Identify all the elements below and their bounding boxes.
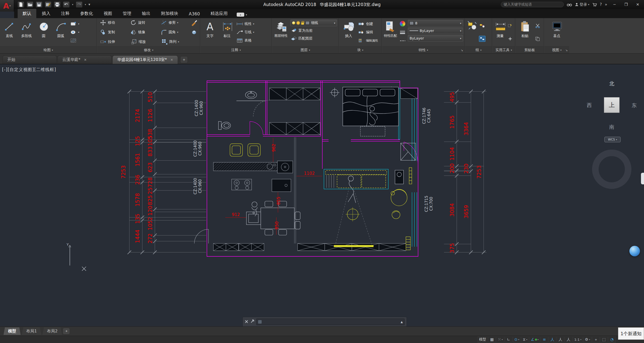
tab-parametric[interactable]: 参数化 (75, 9, 98, 18)
tab-output[interactable]: 输出 (137, 9, 156, 18)
arc-button[interactable]: 圆弧 (53, 19, 69, 45)
file-tab-yunxi[interactable]: 云溪华庭*✕ (57, 55, 112, 64)
palette-grip[interactable] (641, 173, 644, 184)
help-icon[interactable]: ? (600, 2, 602, 7)
file-tab-huasheng[interactable]: 华盛花园4幢1单元1203室*✕ (112, 55, 178, 64)
layer-on-icon[interactable] (292, 21, 295, 24)
isolate-objects-icon[interactable]: ⬚ (600, 336, 608, 343)
tab-annotate[interactable]: 注释 (56, 9, 75, 18)
ellipse-tool-button[interactable]: ▾ (70, 28, 79, 36)
crosshair-plus-icon[interactable]: ＋ (592, 336, 600, 343)
copy-button[interactable]: 复制 (100, 29, 129, 35)
close-button[interactable]: ✕ (633, 2, 642, 8)
tab-manage[interactable]: 管理 (118, 9, 136, 18)
close-tab-icon[interactable]: ✕ (170, 58, 173, 62)
trim-button[interactable]: 修剪▾ (161, 20, 190, 26)
array-button[interactable]: 阵列▾ (161, 39, 191, 45)
lineweight-display-icon[interactable]: ≡ (541, 336, 548, 343)
hatch-tool-button[interactable] (70, 37, 79, 44)
ortho-mode-icon[interactable]: ∟ (505, 336, 512, 343)
scale-button[interactable]: 缩放 (131, 39, 160, 45)
tab-view[interactable]: 视图 (99, 9, 117, 18)
new-tab-button[interactable]: ＋ (180, 56, 188, 63)
new-layout-button[interactable]: ＋ (63, 328, 70, 334)
polyline-button[interactable]: 多段线 (19, 19, 34, 45)
quick-select-icon[interactable] (507, 23, 513, 29)
stretch-button[interactable]: 拉伸 (100, 39, 130, 45)
panel-utilities-label[interactable]: 实用工具▾ (493, 46, 515, 53)
mirror-button[interactable]: 镜像 (130, 29, 159, 35)
panel-annotate-label[interactable]: 注释▾ (201, 46, 271, 53)
viewcube-ring[interactable] (592, 150, 631, 189)
panel-block-label[interactable]: 块▾ (339, 46, 381, 53)
qat-customize-icon[interactable]: ▼ (88, 3, 90, 6)
app-menu-button[interactable]: A▾ (0, 0, 14, 12)
file-tab-start[interactable]: 开始 (3, 55, 57, 64)
panel-properties-label[interactable]: 特性▾↘ (382, 46, 465, 53)
point-style-icon[interactable] (507, 36, 513, 42)
edit-attributes-button[interactable]: 编辑属性 (358, 37, 378, 44)
dimension-button[interactable]: 标注 (219, 19, 235, 45)
undo-icon[interactable] (63, 2, 70, 8)
save-as-icon[interactable] (45, 2, 51, 8)
set-current-layer-button[interactable]: 置为当前 (290, 27, 337, 34)
snap-mode-icon[interactable]: ⁙▾ (496, 336, 504, 343)
app-store-cart-icon[interactable] (592, 3, 597, 7)
model-space-canvas[interactable]: [-][自定义视图][二维线框] 7253 2174 (0, 64, 644, 326)
help-search-input[interactable]: 键入关键字或短语 (501, 2, 564, 7)
new-file-icon[interactable] (18, 2, 24, 8)
command-input[interactable]: ▲ (256, 319, 405, 325)
tab-model[interactable]: 模型 (4, 327, 21, 335)
panel-modify-label[interactable]: 修改▾ (97, 46, 200, 53)
print-icon[interactable] (54, 2, 60, 8)
lineweight-combo[interactable]: ByLayer▾ (408, 27, 463, 34)
search-binoculars-icon[interactable] (567, 3, 572, 6)
panel-draw-label[interactable]: 绘图▾ (0, 46, 97, 53)
circle-button[interactable]: 圆 (36, 19, 51, 45)
viewcube-east[interactable]: 东 (630, 102, 638, 109)
tab-featured-apps[interactable]: 精选应用 (205, 9, 233, 18)
move-button[interactable]: 移动 (100, 20, 129, 26)
redo-icon[interactable] (76, 2, 82, 8)
tab-insert[interactable]: 插入 (37, 9, 55, 18)
close-tab-icon[interactable]: ✕ (84, 58, 87, 62)
fillet-button[interactable]: 圆角▾ (161, 29, 190, 35)
command-customize-icon[interactable] (250, 319, 254, 324)
notification-badge[interactable]: 1个新通知 (618, 327, 644, 340)
grid-display-icon[interactable]: ▦ (488, 336, 496, 343)
base-button[interactable]: 基点 (549, 19, 565, 45)
erase-brush-icon[interactable] (191, 20, 197, 26)
minimize-button[interactable]: ─ (610, 2, 619, 8)
insert-block-button[interactable]: 插入 (341, 19, 356, 45)
tab-layout2[interactable]: 布局2 (42, 327, 62, 335)
panel-layers-label[interactable]: 图层▾ (272, 46, 339, 53)
layer-thaw-icon[interactable] (297, 21, 300, 24)
properties-expander-icon[interactable]: ↘ (461, 49, 463, 52)
match-layer-button[interactable]: 匹配图层 (290, 35, 337, 42)
ungroup-icon[interactable] (479, 23, 485, 29)
tab-addins[interactable]: 附加模块 (156, 9, 183, 18)
model-space-toggle[interactable]: 模型 (478, 336, 488, 343)
edit-block-button[interactable]: 编辑 (358, 28, 378, 36)
signin-button[interactable]: 登录▾ (575, 2, 589, 7)
match-properties-button[interactable]: 特性匹配 (384, 19, 397, 45)
tab-default[interactable]: 默认 (18, 9, 36, 18)
command-close-icon[interactable] (245, 320, 248, 324)
layer-properties-button[interactable]: 图层特性 (274, 19, 288, 45)
view-expander-icon[interactable]: ↘ (565, 49, 568, 52)
customization-gear-icon[interactable]: ⚙▾ (584, 336, 592, 343)
tab-a360[interactable]: A360 (184, 10, 205, 18)
panel-view-label[interactable]: 视图▾↘ (544, 46, 569, 53)
line-button[interactable]: 直线 (2, 19, 17, 45)
wcs-selector[interactable]: WCS▾ (604, 137, 621, 142)
rectangle-tool-button[interactable]: ▾ (70, 20, 79, 28)
table-button[interactable]: 表格 (236, 37, 254, 44)
save-icon[interactable] (36, 2, 42, 8)
linetype-combo[interactable]: ByLayer▾ (408, 35, 463, 42)
layer-select-combo[interactable]: 细线 ▾ (290, 20, 337, 26)
leader-button[interactable]: 引线▾ (236, 28, 254, 36)
titlebar-overflow-icon[interactable]: » (605, 2, 607, 7)
clean-screen-icon[interactable]: ◔ (608, 336, 616, 343)
annotation-scale-icon[interactable]: 人 (565, 336, 572, 343)
open-file-icon[interactable] (27, 2, 33, 8)
